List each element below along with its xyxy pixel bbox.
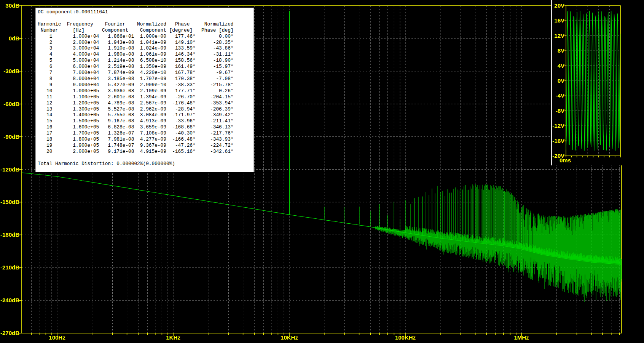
fft-ylabel--30dB: -30dB: [0, 68, 19, 75]
waveform-viewer-window: 30dB0dB-30dB-60dB-90dB-120dB-150dB-180dB…: [0, 0, 644, 343]
fft-xlabel-1MHz: 1MHz: [504, 334, 539, 341]
fft-ylabel--150dB: -150dB: [0, 199, 19, 205]
fft-ylabel-0dB: 0dB: [0, 35, 19, 42]
fft-ylabel--180dB: -180dB: [0, 231, 19, 238]
inset-ylabel--4V: -4V: [547, 92, 564, 99]
fft-ylabel--60dB: -60dB: [0, 101, 19, 107]
inset-ylabel-12V: 12V: [547, 32, 564, 39]
fft-ylabel--210dB: -210dB: [0, 264, 19, 271]
fft-xlabel-10KHz: 10KHz: [272, 334, 306, 341]
fft-ylabel--90dB: -90dB: [0, 133, 19, 140]
fft-ylabel--240dB: -240dB: [0, 297, 19, 304]
inset-ylabel-4V: 4V: [547, 63, 564, 69]
fft-xlabel-1KHz: 1KHz: [156, 334, 190, 341]
inset-ylabel-20V: 20V: [547, 2, 564, 9]
fft-xlabel-100KHz: 100KHz: [388, 334, 422, 341]
fft-ylabel--270dB: -270dB: [0, 330, 19, 337]
inset-ylabel--16V: -16V: [547, 138, 564, 144]
inset-xlabel-0ms: 0ms: [557, 157, 573, 164]
inset-plot-area[interactable]: [566, 6, 620, 156]
inset-ylabel-8V: 8V: [547, 47, 564, 54]
fourier-analysis-window[interactable]: DC component:0.000111641 Harmonic Freque…: [35, 8, 254, 172]
fft-xlabel-100Hz: 100Hz: [40, 334, 74, 341]
fft-ylabel-30dB: 30dB: [0, 2, 19, 9]
inset-ylabel-0V: 0V: [547, 77, 564, 84]
fft-ylabel--120dB: -120dB: [0, 166, 19, 173]
inset-ylabel--8V: -8V: [547, 107, 564, 114]
inset-ylabel-16V: 16V: [547, 17, 564, 24]
inset-ylabel--12V: -12V: [547, 122, 564, 129]
fourier-table: DC component:0.000111641 Harmonic Freque…: [36, 8, 253, 167]
